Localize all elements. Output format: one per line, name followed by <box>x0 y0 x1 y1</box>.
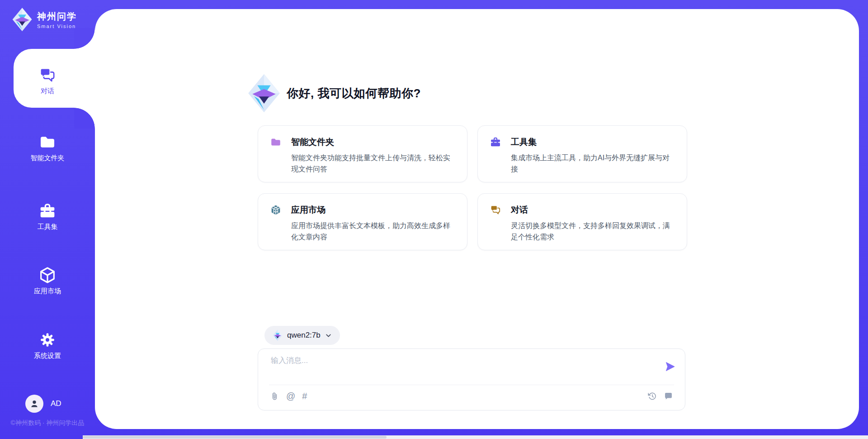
sidebar-item-label: 系统设置 <box>0 352 95 360</box>
composer-toolbar: @ # <box>270 391 673 401</box>
main-panel: 你好, 我可以如何帮助你? 智能文件夹 智能文件夹功能支持批量文件上传与清洗，轻… <box>95 9 859 429</box>
sidebar-item-settings[interactable]: 系统设置 <box>0 331 95 360</box>
message-composer: @ # <box>258 348 685 410</box>
brand-subtitle: Smart Vision <box>37 24 77 29</box>
horizontal-scrollbar[interactable] <box>83 435 868 439</box>
greeting: 你好, 我可以如何帮助你? <box>247 73 421 113</box>
person-icon <box>29 398 40 409</box>
avatar[interactable] <box>25 395 43 413</box>
sidebar-item-label: 智能文件夹 <box>0 154 95 162</box>
model-label: qwen2:7b <box>287 331 321 340</box>
composer-left-icons: @ # <box>270 391 307 401</box>
message-input[interactable] <box>271 355 651 381</box>
card-title: 智能文件夹 <box>291 136 334 148</box>
hash-icon[interactable]: # <box>302 391 307 401</box>
sidebar-item-label: 对话 <box>0 87 95 95</box>
card-smart-folder[interactable]: 智能文件夹 智能文件夹功能支持批量文件上传与清洗，轻松实现文件问答 <box>258 125 467 182</box>
folder-icon <box>38 133 57 151</box>
copyright-footer: ©神州数码 · 神州问学出品 <box>0 419 95 427</box>
message-icon[interactable] <box>664 391 673 401</box>
card-description: 集成市场上主流工具，助力AI与外界无缝扩展与对接 <box>511 152 674 175</box>
toolbox-icon <box>38 202 57 220</box>
chevron-down-icon <box>325 332 332 339</box>
card-title: 应用市场 <box>291 204 326 216</box>
user-initials: AD <box>51 399 61 408</box>
user-row: AD <box>25 395 61 413</box>
sidebar-item-chat[interactable]: 对话 <box>0 66 95 95</box>
sidebar-item-label: 工具集 <box>0 223 95 231</box>
gear-icon <box>38 331 57 349</box>
card-description: 应用市场提供丰富长文本模板，助力高效生成多样化文章内容 <box>291 220 454 243</box>
at-icon[interactable]: @ <box>286 391 295 401</box>
toolbox-icon <box>490 136 501 148</box>
paperclip-icon[interactable] <box>270 391 279 401</box>
folder-icon <box>270 136 282 148</box>
chat-icon <box>490 204 501 216</box>
brand-name: 神州问学 <box>37 10 77 23</box>
sidebar-item-smart-folder[interactable]: 智能文件夹 <box>0 133 95 162</box>
card-description: 灵活切换多模型文件，支持多样回复效果调试，满足个性化需求 <box>511 220 674 243</box>
cube-icon <box>270 204 282 216</box>
card-title: 对话 <box>511 204 528 216</box>
history-icon[interactable] <box>647 391 657 401</box>
send-button[interactable] <box>664 361 676 372</box>
feature-cards: 智能文件夹 智能文件夹功能支持批量文件上传与清洗，轻松实现文件问答 工具集 集成… <box>258 125 688 250</box>
model-selector[interactable]: qwen2:7b <box>264 326 340 345</box>
greeting-gem-icon <box>247 73 281 113</box>
card-description: 智能文件夹功能支持批量文件上传与清洗，轻松实现文件问答 <box>291 152 454 175</box>
composer-right-icons <box>647 391 673 401</box>
composer-divider <box>269 385 674 385</box>
sidebar-item-label: 应用市场 <box>0 287 95 296</box>
greeting-text: 你好, 我可以如何帮助你? <box>287 86 421 101</box>
card-app-market[interactable]: 应用市场 应用市场提供丰富长文本模板，助力高效生成多样化文章内容 <box>258 193 467 250</box>
card-chat[interactable]: 对话 灵活切换多模型文件，支持多样回复效果调试，满足个性化需求 <box>477 193 687 250</box>
cube-icon <box>38 266 57 284</box>
brand-gem-icon <box>12 7 33 32</box>
chat-icon <box>38 66 57 84</box>
brand-logo: 神州问学 Smart Vision <box>12 7 77 32</box>
model-gem-icon <box>273 329 283 341</box>
sidebar-item-app-market[interactable]: 应用市场 <box>0 266 95 296</box>
sidebar: 神州问学 Smart Vision 对话 智能文件夹 工具集 应用市场 系统设置… <box>0 0 95 439</box>
card-title: 工具集 <box>511 136 537 148</box>
card-toolset[interactable]: 工具集 集成市场上主流工具，助力AI与外界无缝扩展与对接 <box>477 125 687 182</box>
send-icon <box>664 361 676 372</box>
sidebar-item-toolset[interactable]: 工具集 <box>0 202 95 231</box>
scrollbar-thumb[interactable] <box>83 436 387 439</box>
